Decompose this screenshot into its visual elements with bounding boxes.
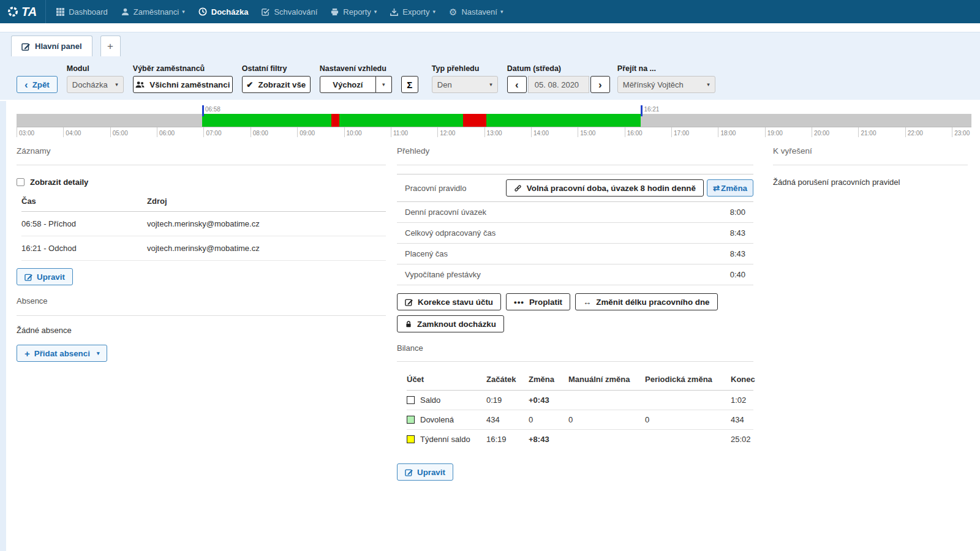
tab-hlavni-panel[interactable]: Hlavní panel	[11, 36, 92, 56]
main-menu: Dashboard Zaměstnanci ▾ Docházka Schvalo…	[50, 0, 510, 23]
chevron-down-icon: ▾	[382, 81, 385, 88]
zobrazit-vse-button[interactable]: ✔ Zobrazit vše	[242, 76, 311, 93]
clock-ring-icon	[7, 6, 18, 17]
vzhled-dropdown-button[interactable]: ▾	[376, 76, 392, 93]
date-input[interactable]: 05. 08. 2020	[528, 76, 589, 93]
upravit-bilance-button[interactable]: Upravit	[397, 463, 453, 481]
table-row[interactable]: 06:58 - Příchod vojtech.merinsky@mobatim…	[21, 212, 386, 236]
typ-prehledu-select[interactable]: Den ▾	[432, 76, 498, 93]
pridat-absenci-button[interactable]: + Přidat absenci ▾	[17, 345, 107, 362]
check-icon: ✔	[246, 80, 253, 89]
export-icon	[390, 8, 398, 16]
nav-item-exporty[interactable]: Exporty ▾	[383, 0, 442, 23]
timeline-tick: 11:00	[391, 127, 408, 137]
timeline-bar[interactable]: 06:5816:21	[17, 114, 971, 127]
timeline-tick-label: 03:00	[19, 130, 34, 137]
account-cell: Dovolená	[407, 415, 486, 424]
timeline-tick-label: 14:00	[533, 130, 549, 137]
table-row[interactable]: Týdenní saldo 16:19 +8:43 25:02	[407, 430, 753, 449]
records-table: Čas Zdroj 06:58 - Příchod vojtech.merins…	[21, 190, 386, 261]
timeline-tick: 22:00	[905, 127, 923, 137]
timeline-tick: 10:00	[344, 127, 362, 137]
modul-label: Modul	[67, 64, 124, 73]
prev-day-button[interactable]: ‹	[507, 76, 527, 93]
nav-label: Exporty	[402, 7, 429, 17]
modul-select[interactable]: Docházka ▾	[67, 76, 124, 93]
stat-row: Celkový odpracovaný čas 8:43	[397, 223, 753, 244]
nav-label: Nastavení	[461, 7, 497, 17]
zobrazit-detaily-checkbox[interactable]	[17, 178, 24, 186]
chevron-right-icon: ›	[598, 80, 602, 90]
navbar: TA Dashboard Zaměstnanci ▾ Docházka S	[0, 0, 980, 23]
grid-icon	[56, 8, 64, 16]
app-logo[interactable]: TA	[5, 0, 46, 23]
account-cell: Týdenní saldo	[407, 435, 486, 444]
absence-title: Absence	[17, 296, 386, 305]
nav-item-dochazka[interactable]: Docházka	[192, 0, 255, 23]
table-row[interactable]: 16:21 - Odchod vojtech.merinsky@mobatime…	[21, 236, 386, 261]
sigma-icon: Σ	[407, 80, 412, 90]
col-cas: Čas	[21, 197, 147, 206]
timeline-tick-label: 07:00	[206, 130, 221, 137]
zmenit-delku-button[interactable]: ↔ Změnit délku pracovního dne	[575, 293, 717, 310]
chevron-down-icon: ▾	[432, 9, 435, 15]
tab-label: Hlavní panel	[35, 42, 82, 51]
divider	[397, 165, 753, 165]
arrows-horizontal-icon: ↔	[583, 298, 591, 307]
printer-icon	[331, 8, 339, 16]
lock-icon	[405, 320, 412, 328]
edit-icon	[405, 468, 413, 476]
timeline-tick: 17:00	[671, 127, 689, 137]
nav-item-schvalovani[interactable]: Schvalování	[255, 0, 324, 23]
timeline-segment-work	[339, 114, 463, 127]
next-day-button[interactable]: ›	[590, 76, 610, 93]
chevron-down-icon: ▾	[500, 9, 503, 15]
timeline-segment-break	[331, 114, 339, 127]
timeline-tick-label: 22:00	[908, 130, 923, 137]
kvyreseni-empty-note: Žádná porušení pracovních pravidel	[773, 178, 968, 187]
proplatit-button[interactable]: ••• Proplatit	[506, 293, 570, 310]
timeline-tick: 06:00	[157, 127, 175, 137]
timeline-tick-label: 13:00	[487, 130, 502, 137]
timeline-tick-label: 08:00	[253, 130, 268, 137]
timeline-tick-label: 19:00	[767, 130, 783, 137]
add-tab-button[interactable]: +	[100, 36, 121, 56]
day-timeline: 06:5816:21 03:0004:0005:0006:0007:0008:0…	[17, 114, 971, 138]
vsichni-zamestnanci-button[interactable]: Všichni zaměstnanci	[133, 76, 233, 93]
timeline-marker: 16:21	[641, 105, 643, 116]
nav-item-reporty[interactable]: Reporty ▾	[324, 0, 383, 23]
table-row[interactable]: Dovolená 434 0 0 0 434	[407, 410, 753, 430]
chevron-left-icon: ‹	[515, 80, 519, 90]
edit-icon	[405, 298, 413, 306]
upravit-zaznamy-button[interactable]: Upravit	[17, 268, 73, 285]
check-square-icon	[262, 8, 270, 16]
nav-item-dashboard[interactable]: Dashboard	[50, 0, 115, 23]
timeline-tick-label: 18:00	[720, 130, 736, 137]
timeline-tick: 18:00	[718, 127, 736, 137]
zmena-button[interactable]: ⇄ Změna	[707, 179, 753, 197]
zamknout-dochazku-button[interactable]: Zamknout docházku	[397, 315, 504, 332]
timeline-tick: 14:00	[531, 127, 549, 137]
timeline-segment-break	[463, 114, 486, 127]
timeline-tick: 07:00	[203, 127, 221, 137]
action-buttons: Korekce stavu účtu ••• Proplatit ↔ Změni…	[397, 293, 740, 332]
bilance-header: Účet Začátek Změna Manuální změna Period…	[407, 367, 753, 391]
table-row[interactable]: Saldo 0:19 +0:43 1:02	[407, 391, 753, 410]
back-button[interactable]: ‹ Zpět	[17, 76, 58, 93]
divider	[17, 165, 386, 165]
zobrazit-detaily-row: Zobrazit detaily	[17, 178, 386, 187]
saldo-color-swatch	[407, 396, 415, 404]
korekce-stavu-uctu-button[interactable]: Korekce stavu účtu	[397, 293, 501, 310]
timeline-marker-label: 16:21	[644, 106, 659, 113]
timeline-tick: 04:00	[63, 127, 81, 137]
timeline-tick-label: 06:00	[159, 130, 175, 137]
edit-icon	[21, 42, 30, 51]
chevron-down-icon: ▾	[115, 81, 118, 88]
sum-button[interactable]: Σ	[401, 76, 418, 93]
nav-item-nastaveni[interactable]: ⚙ Nastavení ▾	[442, 0, 510, 23]
prejit-na-select[interactable]: Měřínský Vojtěch ▾	[617, 76, 715, 93]
pracovni-pravidlo-button[interactable]: Volná pracovní doba, úvazek 8 hodin denn…	[506, 179, 704, 197]
nav-item-zamestnanci[interactable]: Zaměstnanci ▾	[115, 0, 192, 23]
vzhled-select[interactable]: Výchozí	[320, 76, 376, 93]
timeline-tick: 20:00	[812, 127, 829, 137]
